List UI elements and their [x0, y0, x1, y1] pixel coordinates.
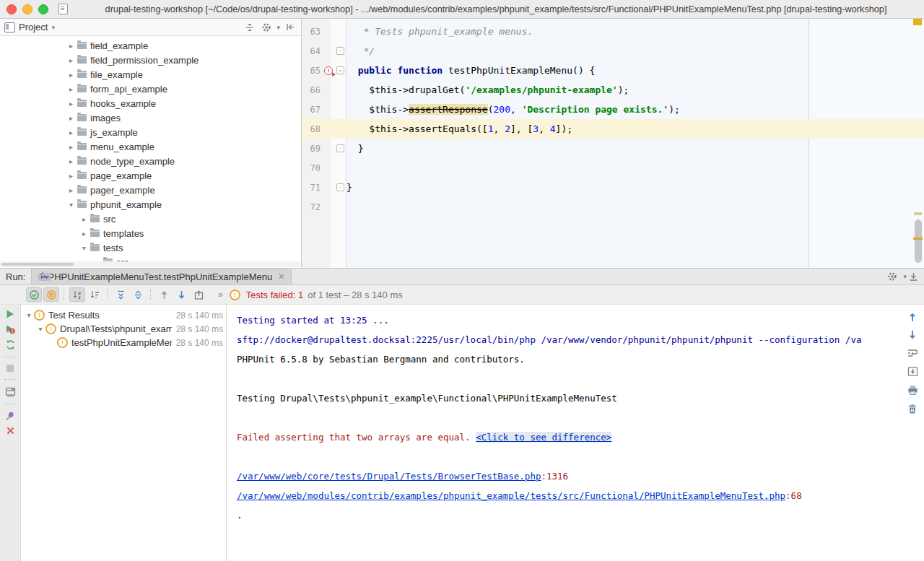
line-number[interactable]: 70 — [302, 163, 323, 173]
tree-item-field_permission_example[interactable]: ▸field_permission_example — [0, 53, 301, 67]
editor-line-71[interactable]: 71-} — [302, 178, 924, 197]
test-result-node[interactable]: !testPhpUnitExampleMenu28 s 140 ms — [21, 336, 226, 349]
stripe-mark[interactable] — [914, 212, 922, 215]
editor-line-65[interactable]: 65!⌄ public function testPhpUnitExampleM… — [302, 61, 924, 80]
tree-item-images[interactable]: ▸images — [0, 110, 301, 125]
line-number[interactable]: 72 — [302, 202, 323, 212]
expand-arrow-icon[interactable]: ▸ — [66, 172, 76, 180]
expand-arrow-icon[interactable]: ▸ — [66, 100, 76, 108]
expand-all-button[interactable] — [113, 287, 128, 302]
export-test-results-button[interactable] — [191, 287, 206, 302]
editor-line-66[interactable]: 66 $this->drupalGet('/examples/phpunit-e… — [302, 80, 924, 100]
show-ignored-toggle[interactable] — [43, 287, 59, 302]
tree-item-src[interactable]: ▸src — [0, 212, 301, 226]
expand-arrow-icon[interactable]: ▸ — [66, 114, 76, 122]
tree-item-form_api_example[interactable]: ▸form_api_example — [0, 82, 301, 96]
pin-tab-button[interactable] — [5, 411, 15, 421]
warning-stripe-mark[interactable] — [913, 19, 922, 25]
collapse-all-button[interactable] — [130, 287, 146, 302]
code-editor[interactable]: 63 * Tests phpunit_example menus.64- */6… — [302, 19, 924, 268]
tree-item-js_example[interactable]: ▸js_example — [0, 125, 301, 139]
scroll-to-end-button[interactable] — [907, 366, 918, 377]
tree-item-hooks_example[interactable]: ▸hooks_example — [0, 96, 301, 110]
dock-panel-button[interactable] — [907, 270, 920, 283]
line-number[interactable]: 66 — [302, 85, 323, 95]
expand-arrow-icon[interactable]: ▸ — [66, 42, 76, 50]
expand-arrow-icon[interactable]: ▸ — [79, 230, 89, 238]
next-occurrence-button[interactable] — [907, 330, 918, 340]
warning-stripe-mark[interactable] — [913, 238, 923, 240]
editor-line-70[interactable]: 70 — [302, 158, 924, 178]
tree-item-page_example[interactable]: ▸page_example — [0, 168, 301, 183]
soft-wrap-toggle[interactable] — [907, 348, 918, 358]
collapse-arrow-icon[interactable]: ▾ — [35, 325, 45, 333]
rerun-failed-tests-button[interactable]: ! — [5, 324, 15, 334]
expand-arrow-icon[interactable]: ▸ — [66, 56, 76, 64]
tree-item-pager_example[interactable]: ▸pager_example — [0, 183, 301, 197]
line-number[interactable]: 69 — [302, 144, 323, 154]
clear-all-button[interactable] — [907, 404, 918, 414]
editor-line-67[interactable]: 67 $this->assertResponse(200, 'Descripti… — [302, 100, 924, 119]
line-number[interactable]: 68 — [302, 124, 323, 134]
show-passed-toggle[interactable] — [26, 287, 42, 302]
expand-arrow-icon[interactable]: ▸ — [66, 157, 76, 165]
line-number[interactable]: 64 — [302, 46, 323, 56]
close-panel-button[interactable] — [6, 426, 15, 435]
collapse-arrow-icon[interactable]: ▾ — [66, 201, 76, 209]
line-number[interactable]: 71 — [302, 183, 323, 193]
project-panel-title[interactable]: Project — [19, 22, 48, 32]
line-number[interactable]: 67 — [302, 105, 323, 115]
editor-line-63[interactable]: 63 * Tests phpunit_example menus. — [302, 22, 924, 41]
toggle-auto-test-button[interactable] — [5, 339, 16, 350]
expand-arrow-icon[interactable]: ▸ — [66, 85, 76, 93]
fold-marker-icon[interactable]: - — [336, 47, 344, 55]
stop-button[interactable] — [6, 364, 14, 373]
console-link[interactable]: /var/www/web/modules/contrib/examples/ph… — [237, 490, 785, 501]
collapse-arrow-icon[interactable]: ▾ — [24, 311, 34, 319]
expand-arrow-icon[interactable]: ▸ — [66, 186, 76, 194]
zoom-window-button[interactable] — [38, 4, 48, 14]
expand-arrow-icon[interactable]: ▸ — [66, 143, 76, 151]
gear-chevron-icon[interactable]: ▾ — [276, 24, 280, 31]
fold-marker-icon[interactable]: - — [336, 183, 344, 191]
test-result-node[interactable]: ▾!Test Results28 s 140 ms — [21, 308, 226, 322]
tree-item-phpunit_example[interactable]: ▾phpunit_example — [0, 197, 301, 212]
expand-arrow-icon[interactable]: ▸ — [66, 71, 76, 79]
console-link[interactable]: /var/www/web/core/tests/Drupal/Tests/Bro… — [237, 471, 541, 482]
sort-by-duration-toggle[interactable] — [87, 287, 103, 302]
project-hscrollbar-thumb[interactable] — [1, 263, 74, 266]
expand-arrow-icon[interactable]: ▸ — [66, 129, 76, 136]
gear-icon[interactable] — [260, 21, 273, 34]
console-link[interactable]: <Click to see difference> — [476, 432, 611, 443]
collapse-all-button[interactable] — [243, 21, 256, 34]
gear-icon[interactable] — [886, 270, 899, 283]
tree-item-node_type_example[interactable]: ▸node_type_example — [0, 154, 301, 168]
previous-failed-test-button[interactable] — [156, 287, 172, 302]
rerun-tests-button[interactable] — [5, 309, 15, 319]
fold-marker-icon[interactable]: - — [336, 144, 344, 152]
test-console-output[interactable]: Testing started at 13:25 ...sftp://docke… — [227, 305, 901, 561]
tree-item-templates[interactable]: ▸templates — [0, 226, 301, 240]
chevron-down-icon[interactable]: ▾ — [51, 24, 55, 31]
prev-occurrence-button[interactable] — [907, 312, 918, 322]
editor-line-64[interactable]: 64- */ — [302, 41, 924, 61]
collapse-arrow-icon[interactable]: ▾ — [79, 244, 89, 252]
tree-item-menu_example[interactable]: ▸menu_example — [0, 139, 301, 154]
editor-error-stripe[interactable] — [912, 19, 924, 268]
print-button[interactable] — [907, 385, 918, 396]
close-tab-icon[interactable]: ✕ — [278, 272, 284, 282]
minimize-window-button[interactable] — [22, 4, 32, 14]
tree-item-file_example[interactable]: ▸file_example — [0, 67, 301, 82]
tree-item-tests[interactable]: ▾tests — [0, 240, 301, 255]
editor-line-69[interactable]: 69- } — [302, 139, 924, 158]
editor-line-72[interactable]: 72 — [302, 197, 924, 217]
more-chevron-icon[interactable]: » — [218, 290, 222, 300]
editor-scrollbar-thumb[interactable] — [915, 219, 922, 263]
failed-test-run-icon[interactable]: ! — [324, 66, 333, 75]
restore-layout-button[interactable] — [5, 386, 16, 397]
next-failed-test-button[interactable] — [173, 287, 189, 302]
fold-marker-icon[interactable]: ⌄ — [336, 66, 344, 74]
line-number[interactable]: 65 — [302, 66, 323, 76]
tree-item-field_example[interactable]: ▸field_example — [0, 38, 301, 53]
run-tab[interactable]: php ✓ PHPUnitExampleMenuTest.testPhpUnit… — [31, 269, 292, 284]
